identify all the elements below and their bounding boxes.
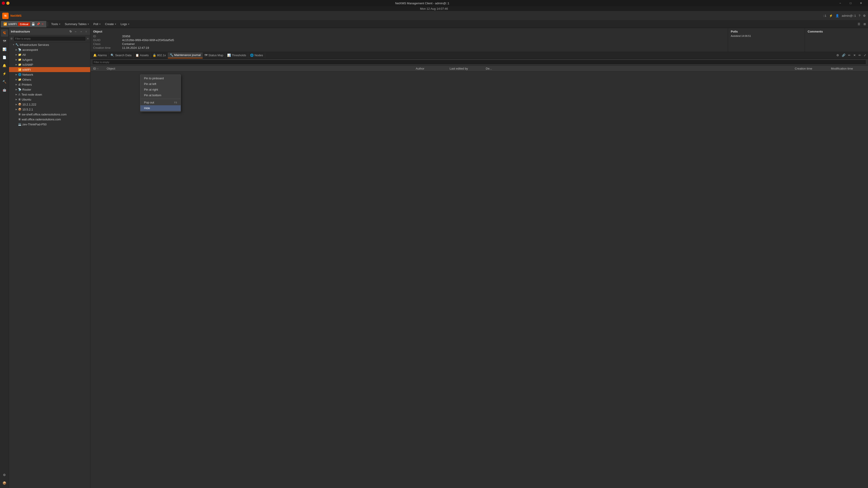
help-icon[interactable]: ? <box>859 14 860 18</box>
tab-link-icon[interactable]: 🔗 <box>841 53 846 57</box>
tab-alarms[interactable]: 🔔 Alarms <box>91 53 109 58</box>
tree-item-infrastructure-services[interactable]: ▼ 🔧 Infrastructure Services <box>9 42 90 47</box>
tab-save-icon[interactable]: 💾 <box>31 22 35 26</box>
col-description[interactable]: De... <box>485 67 794 70</box>
logs-btn[interactable]: Logs ▼ <box>119 22 131 26</box>
window-close-btn[interactable] <box>2 2 5 5</box>
tree-refresh-btn[interactable]: ↻ <box>68 29 73 34</box>
tab-close-icon[interactable]: ✕ <box>852 53 857 57</box>
tree-panel: Infrastructure ↻ ← → ↑ ⚙ ✕ ▼ 🔧 Infrastru… <box>9 28 90 488</box>
tab-edit-icon[interactable]: ✏ <box>847 53 851 57</box>
tools-menu-btn[interactable]: Tools ▼ <box>49 22 62 26</box>
tree-item-wall-office[interactable]: 🖥 wall.office.radensolutions.com <box>9 117 90 122</box>
col-object[interactable]: Object <box>106 67 415 70</box>
expand-icon[interactable]: ▶ <box>14 98 18 101</box>
tree-item-sw-shelf[interactable]: 🖥 sw-shelf.office.radensolutions.com <box>9 112 90 117</box>
ctx-pin-left[interactable]: Pin at left <box>141 81 181 87</box>
tab-filter-icon[interactable]: ⚙ <box>835 53 840 57</box>
col-author[interactable]: Author <box>415 67 449 70</box>
tree-filter-input[interactable] <box>13 36 86 41</box>
tree-up-btn[interactable]: ↑ <box>84 29 88 34</box>
tab-close-icon[interactable]: ✕ <box>41 22 44 26</box>
expand-icon[interactable]: ▶ <box>14 88 18 91</box>
sidebar-icon-infrastructure[interactable]: 🏗 <box>1 29 8 37</box>
expand-icon[interactable]: ▶ <box>14 54 18 56</box>
tree-item-zev-thinkpad[interactable]: 💻 zev-ThinkPad-P50 <box>9 122 90 127</box>
ctx-pin-pinboard[interactable]: Pin to pinboard <box>141 75 181 81</box>
ctx-hide[interactable]: Hide <box>141 105 181 111</box>
tree-back-btn[interactable]: ← <box>73 29 78 34</box>
create-btn[interactable]: Create ▼ <box>103 22 119 26</box>
sidebar-icon-dashboards[interactable]: 📊 <box>1 46 8 53</box>
expand-icon[interactable]: ▶ <box>14 64 18 66</box>
main-tab-iswifi[interactable]: 📶 isWIFI Critical 💾 📌 ✕ <box>1 21 46 27</box>
tab-thresholds[interactable]: 📊 Thresholds <box>225 53 248 58</box>
sidebar-icon-object-tools[interactable]: 🔨 <box>1 78 8 86</box>
expand-icon[interactable]: ▶ <box>14 108 18 110</box>
context-menu[interactable]: Pin to pinboard Pin at left Pin at right… <box>140 74 181 112</box>
poll-btn[interactable]: Poll ▼ <box>92 22 103 26</box>
user-label: admin@::1 <box>842 14 856 18</box>
window-min-btn[interactable] <box>6 2 9 5</box>
tab-maintenance-journal[interactable]: 🔧 Maintenance journal <box>168 53 203 58</box>
close-button[interactable]: ✕ <box>856 0 866 6</box>
sidebar-icon-agent-manager[interactable]: 🤖 <box>1 86 8 94</box>
filter-clear-icon[interactable]: ✕ <box>87 37 89 40</box>
tab-status-map[interactable]: 🗺 Status Map <box>203 53 225 58</box>
col-creation-time[interactable]: Creation time <box>794 67 830 70</box>
tab-802-1x[interactable]: 🔒 802.1x <box>151 53 168 58</box>
tree-item-iswifi[interactable]: 📶 isWIFI <box>9 67 90 72</box>
tree-item-accesspoint[interactable]: ▶ 📡 accesspoint <box>9 47 90 52</box>
user-icon[interactable]: 👤 <box>835 14 839 18</box>
view-grid-btn[interactable]: ⊞ <box>862 22 867 26</box>
expand-icon[interactable]: ▶ <box>14 78 18 80</box>
tree-item-10-5-2-1[interactable]: ▶ 📦 10.5.2.1 <box>9 107 90 112</box>
tab-pin-icon[interactable]: 📌 <box>36 22 40 26</box>
col-id[interactable]: ID ▲ <box>92 67 106 70</box>
sidebar-icon-events[interactable]: ⚡ <box>1 70 8 77</box>
object-field-creation-time: Creation time 11.04.2024 12:47:19 <box>93 46 725 50</box>
tree-item-router[interactable]: ▶ 📡 Router <box>9 87 90 92</box>
sidebar-icon-reports[interactable]: 📄 <box>1 54 8 61</box>
expand-icon[interactable]: ▶ <box>14 84 18 86</box>
search-data-icon: 🔍 <box>111 54 114 57</box>
tree-item-isagent[interactable]: ▶ 📁 IsAgent <box>9 57 90 62</box>
ctx-pin-bottom[interactable]: Pin at bottom <box>141 92 181 98</box>
summary-tables-btn[interactable]: Summary Tables ▼ <box>63 22 91 26</box>
tree-item-test-node-down[interactable]: ▶ ⚠ Test node down <box>9 92 90 97</box>
sidebar-icon-alarms[interactable]: 🔔 <box>1 62 8 69</box>
tree-item-all[interactable]: ▶ 📁 All <box>9 52 90 57</box>
tab-search-data[interactable]: 🔍 Search Data <box>109 53 133 58</box>
ctx-separator-1 <box>141 99 181 99</box>
sidebar-icon-server-config[interactable]: ⚙ <box>1 471 8 479</box>
settings-icon[interactable]: ⚙ <box>863 14 866 18</box>
tab-add-icon[interactable]: ✏ <box>858 53 862 57</box>
ctx-pop-out[interactable]: Pop out F8 <box>141 100 181 105</box>
tab-nodes[interactable]: 🌐 Nodes <box>248 53 265 58</box>
tab-expand-icon[interactable]: ⤢ <box>863 53 867 57</box>
tree-item-10-2-1-222[interactable]: ▶ 📦 10.2.1.222 <box>9 102 90 107</box>
tree-item-others[interactable]: ▶ 📁 Others <box>9 77 90 82</box>
minimize-button[interactable]: − <box>835 0 845 6</box>
view-toggle-btn[interactable]: ☰ <box>857 22 862 26</box>
maximize-button[interactable]: □ <box>845 0 856 6</box>
col-last-edited-by[interactable]: Last edited by <box>449 67 485 70</box>
expand-icon[interactable]: ▶ <box>14 103 18 105</box>
tree-forward-btn[interactable]: → <box>79 29 83 34</box>
expand-icon[interactable]: ▶ <box>14 73 18 76</box>
maintenance-filter-input[interactable] <box>92 60 866 65</box>
tree-item-issnmp[interactable]: ▶ 📁 IsSNMP <box>9 62 90 67</box>
ctx-pin-right[interactable]: Pin at right <box>141 87 181 92</box>
tree-item-network[interactable]: ▶ 🌐 Network <box>9 72 90 77</box>
col-modification-time[interactable]: Modification time <box>830 67 866 70</box>
expand-icon[interactable]: ▶ <box>14 93 18 96</box>
tab-assets[interactable]: 📋 Assets <box>133 53 151 58</box>
expand-icon[interactable]: ▼ <box>12 43 16 46</box>
tree-item-printers[interactable]: ▶ 🖨 Printers <box>9 82 90 87</box>
sliders-icon[interactable]: ⚡ <box>829 14 833 18</box>
expand-icon[interactable]: ▶ <box>14 48 18 51</box>
expand-icon[interactable]: ▶ <box>14 59 18 61</box>
tree-item-ubuntu[interactable]: ▶ 🖥 Ubuntu <box>9 97 90 102</box>
sidebar-icon-package-manager[interactable]: 📦 <box>1 480 8 487</box>
sidebar-icon-network-maps[interactable]: 🗺 <box>1 37 8 45</box>
